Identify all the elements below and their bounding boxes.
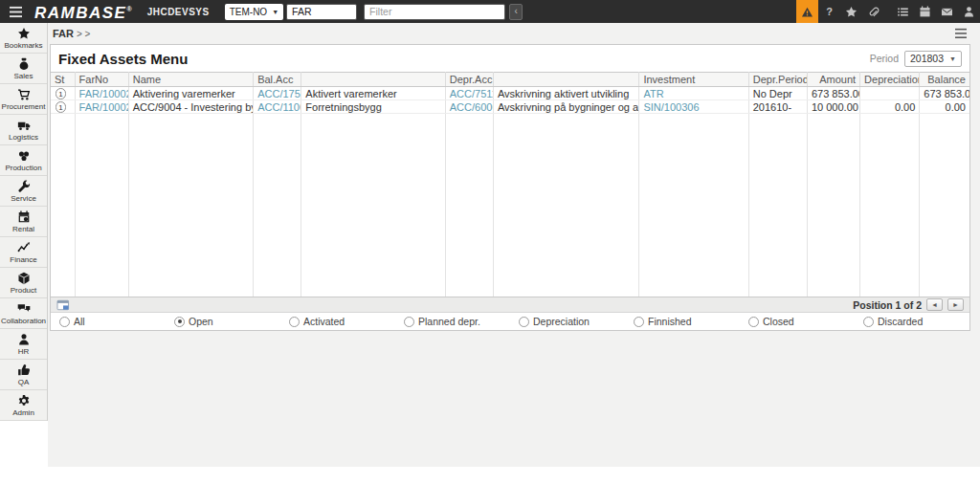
alert-icon[interactable] [796,0,818,23]
calendar-icon[interactable] [914,0,936,23]
column-header-balance[interactable]: Balance [920,73,969,87]
cell-farno: FAR/100020 [75,100,128,114]
production-icon [17,149,31,163]
sidebar-item-rental[interactable]: Rental [0,207,47,237]
column-header-balacc_name[interactable] [301,73,445,87]
sidebar-item-label: Finance [10,255,36,264]
depracc-link[interactable]: ACC/6000 [450,101,494,113]
empty-cell [254,114,301,297]
sidebar-item-logistics[interactable]: Logistics [0,115,47,145]
column-header-balacc[interactable]: Bal.Acc [254,73,301,87]
farno-link[interactable]: FAR/100020 [79,101,129,113]
investment-link[interactable]: ATR [643,88,663,99]
radio-button-icon [634,317,644,327]
column-header-name[interactable]: Name [128,73,253,87]
breadcrumb[interactable]: FAR> > [53,28,90,39]
column-header-depracc_name[interactable] [493,73,638,87]
radio-button-icon [404,317,414,327]
filter-radio-all[interactable]: All [59,316,174,327]
cell-st: 1 [51,87,75,100]
filter-radio-activated[interactable]: Activated [289,316,404,327]
filter-radio-label: Finnished [648,316,692,327]
empty-cell [748,114,807,297]
pager: Position 1 of 2 ◄ ► [853,298,964,311]
column-header-farno[interactable]: FarNo [75,73,128,87]
next-page-button[interactable]: ► [947,298,964,311]
help-icon[interactable]: ? [818,0,840,23]
depracc-link[interactable]: ACC/7511 [450,88,494,99]
radio-button-icon [174,317,185,327]
filter-radio-finnished[interactable]: Finnished [634,316,748,327]
investment-link[interactable]: SIN/100306 [643,101,699,113]
star-icon[interactable] [840,0,862,23]
column-header-st[interactable]: St [51,73,75,87]
sidebar-item-procurement[interactable]: Procurement [0,84,47,115]
table-row[interactable]: 1FAR/100020ACC/9004 - Investering bygnin… [51,100,969,114]
export-window-icon[interactable] [56,299,70,311]
main-menu-icon[interactable] [9,6,23,18]
empty-grid-area [51,114,969,297]
empty-cell [445,114,493,297]
farno-link[interactable]: FAR/100023 [79,88,129,99]
filter-radio-closed[interactable]: Closed [748,316,863,327]
sidebar-item-finance[interactable]: Finance [0,237,47,268]
period-select[interactable]: 201803▼ [904,51,962,67]
program-input[interactable] [286,4,357,20]
cell-st: 1 [51,100,75,114]
radio-button-icon [519,317,529,327]
cell-balacc: ACC/1752 [254,87,301,100]
status-badge: 1 [56,101,66,113]
paperclip-icon[interactable] [862,0,884,23]
context-menu-icon[interactable] [954,28,968,39]
sidebar-item-product[interactable]: Product [0,268,47,298]
tasks-icon[interactable] [892,0,914,23]
radio-button-icon [863,317,874,327]
balacc-link[interactable]: ACC/1100 [257,101,301,113]
sidebar-item-collaboration[interactable]: Collaboration [0,298,47,329]
filter-radio-open[interactable]: Open [174,316,289,327]
radio-button-icon [59,317,70,327]
empty-cell [301,114,445,297]
sidebar-item-admin[interactable]: Admin [0,390,47,421]
database-select[interactable]: TEM-NO▼ [225,4,283,20]
sidebar-item-label: Production [5,164,41,172]
empty-cell [493,114,638,297]
sidebar-item-production[interactable]: Production [0,145,47,176]
sidebar-item-sales[interactable]: Sales [0,54,47,84]
fixed-assets-panel: Fixed Assets Menu Period 201803▼ StFarNo… [50,44,970,331]
sidebar-item-bookmarks[interactable]: Bookmarks [0,23,47,54]
finance-icon [17,241,31,254]
empty-cell [860,114,920,297]
topbar: RAMBASE® JHCDEVSYS TEM-NO▼ ‹ ? [0,0,980,23]
assets-table: StFarNoNameBal.AccDepr.AccInvestmentDepr… [51,72,969,297]
sidebar-item-service[interactable]: Service [0,176,47,207]
sidebar-item-qa[interactable]: QA [0,360,47,390]
cell-depracc: ACC/7511 [445,87,493,100]
cell-depr_periods: No Depr [748,87,807,100]
topbar-icons: ? [796,0,980,23]
filter-radio-planned-depr[interactable]: Planned depr. [404,316,519,327]
service-icon [17,180,31,193]
cell-amount: 673 853.00 [807,87,859,100]
prev-page-button[interactable]: ◄ [926,298,943,311]
bookmarks-icon [17,27,31,40]
column-header-depracc[interactable]: Depr.Acc [445,73,493,87]
status-filter-group: AllOpenActivatedPlanned depr.Depreciatio… [51,313,969,330]
balacc-link[interactable]: ACC/1752 [257,88,301,99]
filter-radio-discarded[interactable]: Discarded [863,316,978,327]
column-header-investment[interactable]: Investment [639,73,748,87]
filter-radio-label: Depreciation [533,316,590,327]
table-row[interactable]: 1FAR/100023Aktivering varemerkerACC/1752… [51,87,969,100]
column-header-amount[interactable]: Amount [807,73,859,87]
chevron-down-icon: ▼ [272,9,278,15]
filter-radio-label: Planned depr. [418,316,480,327]
user-icon[interactable] [958,0,980,23]
filter-input[interactable] [364,4,505,20]
column-header-depr_periods[interactable]: Depr.Periods [748,73,807,87]
collapse-filter-button[interactable]: ‹ [509,4,523,20]
sidebar-item-hr[interactable]: HR [0,329,47,360]
filter-radio-depreciation[interactable]: Depreciation [519,316,634,327]
column-header-depreciation[interactable]: Depreciation [860,73,920,87]
mail-icon[interactable] [936,0,958,23]
sidebar-item-label: Service [11,194,36,203]
